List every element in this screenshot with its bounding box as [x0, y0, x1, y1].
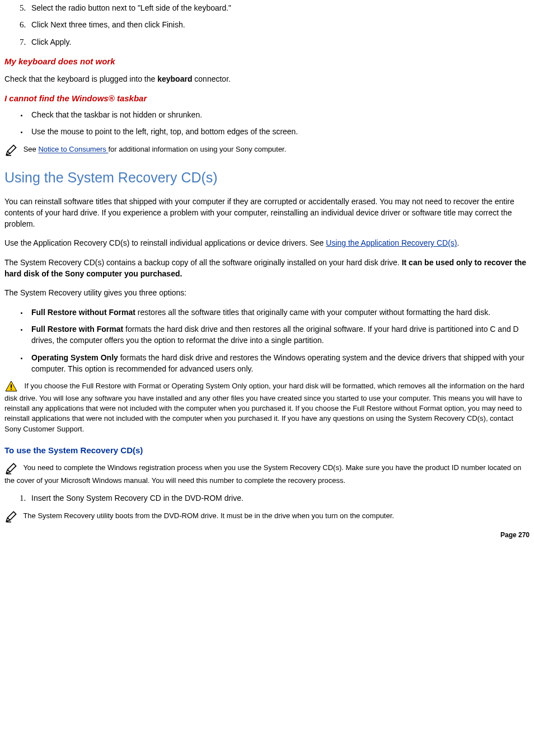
bold-text: Full Restore with Format — [31, 325, 123, 334]
text: connector. — [192, 74, 231, 83]
step-text: Click Next three times, and then click F… — [31, 20, 185, 29]
list-item: Full Restore without Format restores all… — [28, 307, 530, 318]
list-item: Insert the Sony System Recovery CD in th… — [28, 492, 530, 504]
text: for additional information on using your… — [108, 145, 286, 154]
warning-block: If you choose the Full Restore with Form… — [4, 380, 530, 434]
text: Use the Application Recovery CD(s) to re… — [4, 238, 326, 247]
heading-taskbar: I cannot find the Windows® taskbar — [4, 92, 530, 105]
list-item: Select the radio button next to "Left si… — [28, 2, 530, 13]
bold-text: keyboard — [157, 74, 192, 83]
list-item: Click Apply. — [28, 36, 530, 48]
pencil-note-icon — [4, 509, 19, 524]
list-item: Click Next three times, and then click F… — [28, 19, 530, 30]
text: Check that the taskbar is not hidden or … — [31, 110, 202, 119]
pencil-note-icon — [4, 143, 19, 157]
step-text: Select the radio button next to "Left si… — [31, 3, 231, 12]
notice-consumers-link[interactable]: Notice to Consumers — [38, 145, 108, 154]
paragraph: Use the Application Recovery CD(s) to re… — [4, 237, 530, 248]
text: Use the mouse to point to the left, righ… — [31, 127, 298, 136]
text: See — [24, 145, 39, 154]
text: The System Recovery utility boots from t… — [21, 512, 394, 520]
note-boot: The System Recovery utility boots from t… — [4, 509, 530, 524]
list-item: Use the mouse to point to the left, righ… — [28, 126, 530, 137]
paragraph: The System Recovery utility gives you th… — [4, 287, 530, 298]
paragraph: You can reinstall software titles that s… — [4, 196, 530, 230]
list-item: Full Restore with Format formats the har… — [28, 323, 530, 346]
app-recovery-link[interactable]: Using the Application Recovery CD(s) — [326, 238, 457, 247]
heading-to-use-recovery: To use the System Recovery CD(s) — [4, 444, 530, 457]
text: . — [457, 238, 460, 247]
bold-text: Full Restore without Format — [31, 308, 135, 317]
text: restores all the software titles that or… — [135, 308, 490, 317]
text: You need to complete the Windows registr… — [4, 463, 521, 485]
list-item: Operating System Only formats the hard d… — [28, 352, 530, 375]
heading-system-recovery: Using the System Recovery CD(s) — [4, 167, 530, 187]
bold-text: Operating System Only — [31, 353, 118, 362]
warning-icon — [4, 380, 18, 393]
text: The System Recovery CD(s) contains a bac… — [4, 258, 402, 267]
text: If you choose the Full Restore with Form… — [4, 382, 524, 433]
note-registration: You need to complete the Windows registr… — [4, 461, 530, 486]
pencil-note-icon — [4, 461, 19, 476]
paragraph: Check that the keyboard is plugged into … — [4, 73, 530, 84]
note-consumers: See Notice to Consumers for additional i… — [4, 143, 530, 157]
text: Check that the keyboard is plugged into … — [4, 74, 157, 83]
heading-keyboard-not-work: My keyboard does not work — [4, 55, 530, 68]
list-item: Check that the taskbar is not hidden or … — [28, 109, 530, 120]
step-text: Insert the Sony System Recovery CD in th… — [31, 494, 243, 503]
step-text: Click Apply. — [31, 37, 71, 46]
paragraph: The System Recovery CD(s) contains a bac… — [4, 257, 530, 280]
page-number: Page 270 — [4, 530, 530, 540]
